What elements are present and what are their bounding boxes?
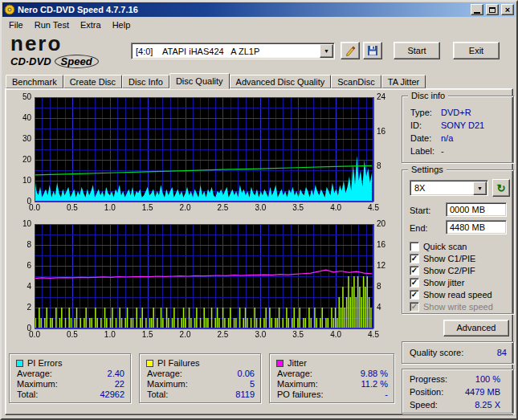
minimize-button[interactable] bbox=[471, 4, 483, 15]
checkbox-show-jitter[interactable]: ✓Show jitter bbox=[410, 277, 464, 287]
stat-value: 5 bbox=[250, 379, 255, 389]
start-button[interactable]: Start bbox=[394, 42, 440, 59]
disc-quality-panel: PI Errors Average:2.40 Maximum:22 Total:… bbox=[5, 88, 513, 415]
nero-logo: nero CD·DVD Speed bbox=[10, 33, 129, 68]
disc-info-title: Disc info bbox=[408, 90, 448, 101]
menu-item-file[interactable]: File bbox=[3, 18, 29, 31]
checkbox-show-c2-pif[interactable]: ✓Show C2/PIF bbox=[410, 265, 475, 275]
checkbox-label: Show C2/PIF bbox=[423, 266, 475, 275]
tab-benchmark[interactable]: Benchmark bbox=[6, 75, 63, 88]
checkbox-label: Show write speed bbox=[423, 302, 493, 312]
exit-button[interactable]: Exit bbox=[453, 42, 500, 59]
tab-create-disc[interactable]: Create Disc bbox=[63, 75, 122, 88]
checkbox-label: Show C1/PIE bbox=[423, 254, 475, 263]
jitter-title: Jitter bbox=[288, 359, 307, 368]
pi-failures-jitter-chart bbox=[10, 220, 394, 342]
maximize-button[interactable] bbox=[486, 4, 499, 15]
speed-dropdown-button[interactable]: ▼ bbox=[473, 181, 487, 195]
menu-item-extra[interactable]: Extra bbox=[75, 18, 107, 31]
settings-panel: Settings 8X ▼ ↻ Start: End: Quick scan ✓… bbox=[402, 169, 514, 314]
app-disc-icon bbox=[4, 4, 15, 15]
stat-label: Average: bbox=[277, 369, 312, 378]
disc-info-label: Label: bbox=[410, 145, 441, 157]
stat-value: 11.2 % bbox=[361, 379, 388, 389]
stat-label: Maximum: bbox=[147, 379, 188, 389]
stat-value: 9.88 % bbox=[361, 369, 388, 379]
logo-cddvd-text: CD·DVD bbox=[10, 55, 51, 67]
position-label: Position: bbox=[410, 387, 443, 397]
save-button[interactable] bbox=[363, 42, 382, 59]
start-position-input[interactable] bbox=[446, 202, 507, 217]
position-value: 4479 MB bbox=[465, 386, 500, 398]
disc-id-value: SONY D21 bbox=[441, 120, 484, 130]
refresh-button[interactable]: ↻ bbox=[492, 179, 510, 197]
disc-info-label: Date: bbox=[410, 133, 441, 144]
progress-label: Progress: bbox=[410, 374, 447, 384]
tab-disc-quality[interactable]: Disc Quality bbox=[169, 73, 230, 89]
menubar: File Run Test Extra Help bbox=[2, 17, 516, 32]
disc-info-panel: Disc info Type:DVD+R ID:SONY D21 Date:n/… bbox=[402, 96, 514, 163]
end-position-input[interactable] bbox=[446, 220, 507, 234]
tab-scandisc[interactable]: ScanDisc bbox=[331, 75, 381, 88]
tab-strip: Benchmark Create Disc Disc Info Disc Qua… bbox=[6, 71, 512, 88]
checkbox-show-read-speed[interactable]: ✓Show read speed bbox=[410, 289, 492, 300]
logo-speed-text: Speed bbox=[55, 55, 99, 68]
progress-panel: Progress:100 % Position:4479 MB Speed:8.… bbox=[402, 369, 514, 414]
checkbox-box: ✓ bbox=[410, 254, 419, 263]
settings-title: Settings bbox=[408, 164, 447, 175]
speed-label: Speed: bbox=[410, 400, 438, 410]
close-button[interactable]: × bbox=[501, 4, 514, 15]
stat-value: 42962 bbox=[100, 389, 124, 400]
checkbox-label: Show jitter bbox=[423, 278, 464, 287]
pi-errors-swatch bbox=[16, 360, 23, 367]
stat-label: Maximum: bbox=[17, 379, 58, 389]
checkbox-box: ✓ bbox=[410, 278, 419, 287]
hand-pen-button[interactable] bbox=[341, 42, 360, 59]
advanced-button[interactable]: Advanced bbox=[443, 320, 509, 336]
jitter-summary-panel: Jitter Average:9.88 % Maximum:11.2 % PO … bbox=[269, 353, 394, 403]
disc-type-value: DVD+R bbox=[441, 108, 471, 117]
pi-errors-chart bbox=[10, 93, 394, 215]
toolbar: nero CD·DVD Speed [4:0] ATAPI iHAS424 A … bbox=[2, 32, 516, 72]
chevron-down-icon: ▼ bbox=[324, 48, 329, 54]
pi-failures-swatch bbox=[146, 360, 153, 367]
speed-select-value: 8X bbox=[410, 183, 473, 193]
disc-date-value: n/a bbox=[441, 133, 453, 143]
pi-errors-title: PI Errors bbox=[27, 359, 62, 368]
start-position-label: Start: bbox=[410, 205, 430, 216]
quality-score-panel: Quality score: 84 bbox=[402, 341, 514, 364]
minimize-icon bbox=[474, 12, 480, 14]
checkbox-box bbox=[410, 242, 419, 251]
disc-info-label: Type: bbox=[410, 107, 441, 118]
checkbox-show-write-speed[interactable]: ✓Show write speed bbox=[410, 301, 493, 312]
drive-select-value: [4:0] ATAPI iHAS424 A ZL1P bbox=[132, 47, 320, 56]
drive-dropdown-button[interactable]: ▼ bbox=[320, 44, 333, 58]
stat-value: 8119 bbox=[235, 389, 255, 400]
tab-advanced-disc-quality[interactable]: Advanced Disc Quality bbox=[230, 75, 332, 88]
stat-label: Maximum: bbox=[277, 379, 318, 389]
checkbox-box: ✓ bbox=[410, 290, 419, 300]
menu-item-help[interactable]: Help bbox=[107, 18, 137, 31]
stat-label: PO failures: bbox=[277, 389, 323, 399]
menu-item-run-test[interactable]: Run Test bbox=[29, 18, 75, 31]
titlebar: Nero CD-DVD Speed 4.7.7.16 × bbox=[2, 2, 516, 17]
checkbox-label: Show read speed bbox=[423, 290, 492, 300]
tab-ta-jitter[interactable]: TA Jitter bbox=[381, 75, 426, 88]
nero-logo-text: nero bbox=[10, 33, 129, 54]
tab-disc-info[interactable]: Disc Info bbox=[122, 75, 169, 88]
checkbox-show-c1-pie[interactable]: ✓Show C1/PIE bbox=[410, 253, 475, 263]
refresh-icon: ↻ bbox=[497, 182, 506, 194]
pi-failures-title: PI Failures bbox=[157, 359, 200, 368]
stat-value: - bbox=[385, 389, 388, 400]
checkbox-quick-scan[interactable]: Quick scan bbox=[410, 241, 467, 251]
jitter-swatch bbox=[276, 360, 283, 367]
end-position-label: End: bbox=[410, 222, 428, 234]
disc-label-value: - bbox=[441, 146, 444, 156]
speed-value: 8.25 X bbox=[475, 399, 500, 410]
app-window: Nero CD-DVD Speed 4.7.7.16 × File Run Te… bbox=[0, 0, 518, 420]
stat-label: Total: bbox=[17, 389, 38, 399]
speed-select[interactable]: 8X ▼ bbox=[410, 180, 488, 196]
stat-label: Average: bbox=[147, 369, 182, 378]
drive-select[interactable]: [4:0] ATAPI iHAS424 A ZL1P ▼ bbox=[131, 43, 335, 59]
checkbox-box: ✓ bbox=[410, 266, 419, 275]
